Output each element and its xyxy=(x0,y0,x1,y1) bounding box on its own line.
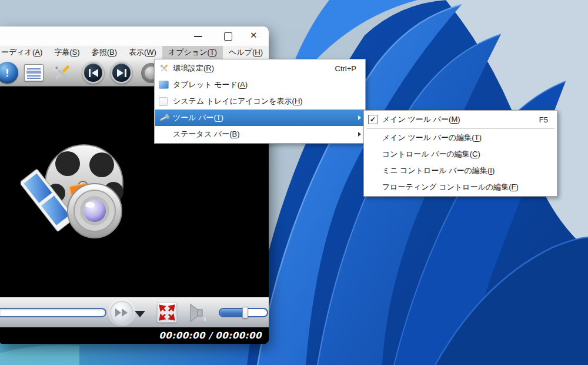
menu-item-label: システム トレイにアイコンを表示(H) xyxy=(173,96,356,107)
menu-item-tablet-mode[interactable]: タブレット モード(A) xyxy=(155,77,365,93)
toolbar-submenu: ✓ メイン ツール バー(M) F5 メイン ツール バーの編集(T) コントロ… xyxy=(363,110,557,197)
fast-forward-icon xyxy=(113,308,131,317)
submenu-arrow-icon xyxy=(358,132,361,137)
menubar-item-browse[interactable]: 参照(B) xyxy=(86,46,123,59)
volume-handle[interactable] xyxy=(242,307,248,318)
time-display: 00:00:00 / 00:00:00 xyxy=(159,330,262,341)
control-bar xyxy=(0,297,269,327)
checkbox-unchecked-icon xyxy=(159,96,173,107)
tablet-mode-icon xyxy=(159,79,173,90)
menu-item-label: ミニ コントロール バーの編集(I) xyxy=(382,165,548,176)
seek-slider[interactable] xyxy=(0,308,106,317)
submenu-item-edit-control-bar[interactable]: コントロール バーの編集(C) xyxy=(365,146,556,162)
menubar-item-subtitles[interactable]: 字幕(S) xyxy=(48,46,85,59)
menu-item-label: ツール バー(T) xyxy=(173,112,356,123)
shortcut-label: Ctrl+P xyxy=(323,64,356,73)
menu-separator xyxy=(366,128,554,129)
menu-item-toolbars[interactable]: ツール バー(T) xyxy=(155,110,365,126)
skip-back-icon[interactable] xyxy=(82,62,104,84)
menu-item-label: ステータス バー(B) xyxy=(173,129,356,140)
submenu-arrow-icon xyxy=(358,115,361,120)
tools-icon[interactable] xyxy=(50,61,74,87)
menu-item-label: タブレット モード(A) xyxy=(173,79,356,90)
menu-item-show-tray-icon[interactable]: システム トレイにアイコンを表示(H) xyxy=(155,93,365,110)
menubar-item-help[interactable]: ヘルプ(H) xyxy=(223,46,269,59)
menu-item-statusbar[interactable]: ステータス バー(B) xyxy=(155,126,365,142)
menu-item-label: メイン ツール バー(M) xyxy=(382,114,527,125)
menu-item-label: コントロール バーの編集(C) xyxy=(382,149,548,160)
shortcut-label: F5 xyxy=(527,115,548,124)
tools-icon xyxy=(159,63,173,74)
submenu-item-edit-main-toolbar[interactable]: メイン ツール バーの編集(T) xyxy=(365,130,556,146)
info-icon[interactable]: ! xyxy=(0,62,18,84)
skip-forward-icon[interactable] xyxy=(111,62,132,84)
titlebar: ✕ xyxy=(0,26,269,46)
smplayer-logo xyxy=(21,141,132,241)
minimize-button[interactable] xyxy=(186,26,210,46)
submenu-item-edit-mini-control-bar[interactable]: ミニ コントロール バーの編集(I) xyxy=(365,162,556,179)
menu-item-label: フローティング コントロールの編集(F) xyxy=(382,182,548,193)
menu-item-preferences[interactable]: 環境設定(R) Ctrl+P xyxy=(155,60,365,77)
volume-icon[interactable] xyxy=(186,302,208,326)
status-bar: 00:00:00 / 00:00:00 xyxy=(0,327,269,344)
menu-item-label: 環境設定(R) xyxy=(173,63,323,74)
volume-slider[interactable] xyxy=(219,308,268,317)
options-menu: 環境設定(R) Ctrl+P タブレット モード(A) システム トレイにアイコ… xyxy=(154,59,366,144)
submenu-item-edit-floating-control[interactable]: フローティング コントロールの編集(F) xyxy=(365,179,556,195)
menubar-item-view[interactable]: 表示(W) xyxy=(123,46,162,59)
playlist-icon[interactable] xyxy=(24,64,44,81)
menubar-item-options[interactable]: オプション(T) xyxy=(162,46,223,59)
close-button[interactable]: ✕ xyxy=(243,26,266,46)
fast-forward-button[interactable] xyxy=(110,301,133,324)
checkbox-checked-icon: ✓ xyxy=(368,114,382,125)
fullscreen-button[interactable] xyxy=(157,303,177,323)
submenu-item-main-toolbar[interactable]: ✓ メイン ツール バー(M) F5 xyxy=(365,111,556,128)
menu-item-label: メイン ツール バーの編集(T) xyxy=(382,132,548,143)
menu-bar: ーディオ(A) 字幕(S) 参照(B) 表示(W) オプション(T) ヘルプ(H… xyxy=(0,46,269,59)
menubar-item-audio[interactable]: ーディオ(A) xyxy=(0,46,48,59)
close-icon: ✕ xyxy=(250,30,258,41)
fullscreen-arrows-icon xyxy=(158,303,176,322)
maximize-button[interactable] xyxy=(216,26,239,46)
chevron-down-icon[interactable] xyxy=(135,311,145,317)
toolbar-icon xyxy=(159,112,173,123)
